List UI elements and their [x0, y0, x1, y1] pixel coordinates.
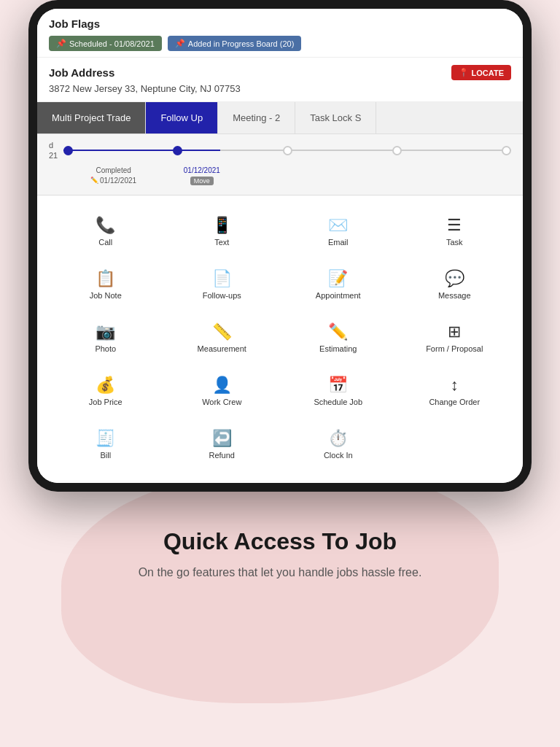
action-item-message[interactable]: 💬Message [398, 260, 512, 311]
locate-button[interactable]: 📍 LOCATE [451, 65, 511, 80]
locate-label: LOCATE [472, 69, 504, 77]
timeline-labels: Completed ✏️ 01/12/2021 01/12/2021 Move [49, 166, 511, 186]
bottom-section: Quick Access To Job On the go features t… [0, 492, 560, 611]
task-label: Task [446, 238, 463, 247]
job-address-title: Job Address [49, 66, 114, 79]
tab-follow-up[interactable]: Follow Up [146, 102, 218, 133]
flag-scheduled-label: Scheduled - 01/08/2021 [69, 39, 155, 48]
job-price-label: Job Price [89, 398, 122, 407]
location-icon: 📍 [459, 68, 469, 77]
action-item-text[interactable]: 📱Text [166, 207, 279, 258]
follow-ups-icon: 📄 [212, 271, 232, 287]
schedule-job-icon: 📅 [328, 377, 348, 393]
timeline-dot-4 [392, 146, 402, 155]
tab-navigation: Multi Project Trade Follow Up Meeting - … [37, 102, 523, 134]
device-frame: Job Flags 📌 Scheduled - 01/08/2021 📌 Add… [28, 0, 532, 492]
timeline-dot-2 [173, 146, 182, 155]
action-item-form-proposal[interactable]: ⊞Form / Proposal [398, 314, 512, 364]
action-item-email[interactable]: ✉️Email [281, 207, 395, 258]
photo-icon: 📷 [96, 324, 115, 340]
action-item-bill[interactable]: 🧾Bill [49, 420, 163, 471]
follow-ups-label: Follow-ups [203, 291, 241, 301]
bottom-subtitle: On the go features that let you handle j… [15, 564, 545, 581]
tab-task-lock[interactable]: Task Lock S [295, 102, 376, 133]
bill-icon: 🧾 [96, 430, 115, 446]
action-item-work-crew[interactable]: 👤Work Crew [166, 367, 279, 417]
timeline-section: d21 Completed ✏️ [37, 134, 523, 196]
actions-grid: 📞Call📱Text✉️Email☰Task📋Job Note📄Follow-u… [37, 196, 523, 483]
action-item-appointment[interactable]: 📝Appointment [281, 260, 395, 311]
email-icon: ✉️ [328, 217, 348, 233]
job-price-icon: 💰 [96, 377, 115, 393]
action-item-estimating[interactable]: ✏️Estimating [281, 314, 395, 364]
flag-badge-scheduled[interactable]: 📌 Scheduled - 01/08/2021 [49, 36, 162, 51]
action-item-job-price[interactable]: 💰Job Price [49, 367, 163, 417]
call-label: Call [98, 238, 112, 247]
job-address-text: 3872 New Jersey 33, Neptune City, NJ 077… [49, 83, 511, 94]
measurement-icon: 📏 [212, 324, 232, 340]
photo-label: Photo [95, 344, 116, 354]
timeline-label-4 [335, 166, 423, 186]
action-item-clock-in[interactable]: ⏱️Clock In [281, 420, 395, 471]
action-item-call[interactable]: 📞Call [49, 207, 163, 258]
job-note-label: Job Note [90, 291, 122, 301]
timeline-label-3 [246, 166, 334, 186]
action-item-job-note[interactable]: 📋Job Note [49, 260, 163, 311]
timeline-label-1: Completed ✏️ 01/12/2021 [69, 166, 158, 186]
pin-icon: 📌 [56, 39, 66, 48]
tab-multi-project-trade[interactable]: Multi Project Trade [37, 102, 146, 133]
timeline-label-5 [423, 166, 511, 186]
clock-in-icon: ⏱️ [328, 430, 348, 446]
estimating-icon: ✏️ [328, 324, 348, 340]
job-address-header: Job Address 📍 LOCATE [49, 65, 511, 80]
work-crew-icon: 👤 [212, 377, 232, 393]
action-item-change-order[interactable]: ↕️Change Order [398, 367, 512, 417]
action-item-measurement[interactable]: 📏Measurement [166, 314, 279, 364]
action-item-follow-ups[interactable]: 📄Follow-ups [166, 260, 279, 311]
job-address-section: Job Address 📍 LOCATE 3872 New Jersey 33,… [37, 58, 523, 102]
work-crew-label: Work Crew [202, 398, 241, 407]
flags-row: 📌 Scheduled - 01/08/2021 📌 Added in Prog… [49, 36, 511, 51]
timeline-left-label: d21 [49, 140, 58, 161]
timeline-track [63, 146, 511, 155]
message-label: Message [438, 291, 471, 301]
form-proposal-icon: ⊞ [448, 324, 461, 340]
bill-label: Bill [100, 451, 111, 460]
action-item-refund[interactable]: ↩️Refund [166, 420, 279, 471]
pencil-icon: ✏️ [90, 176, 98, 185]
device-screen: Job Flags 📌 Scheduled - 01/08/2021 📌 Add… [37, 9, 523, 483]
timeline-dot-3 [283, 146, 292, 155]
flag-badge-progress[interactable]: 📌 Added in Progress Board (20) [168, 36, 302, 51]
call-icon: 📞 [96, 217, 115, 233]
job-flags-title: Job Flags [49, 18, 511, 30]
measurement-label: Measurement [198, 344, 246, 354]
schedule-job-label: Schedule Job [314, 398, 362, 407]
job-flags-section: Job Flags 📌 Scheduled - 01/08/2021 📌 Add… [37, 9, 523, 58]
timeline-label-2: 01/12/2021 Move [158, 166, 246, 186]
action-item-photo[interactable]: 📷Photo [49, 314, 163, 364]
message-icon: 💬 [445, 271, 464, 287]
email-label: Email [328, 238, 349, 247]
flag-progress-label: Added in Progress Board (20) [188, 39, 295, 48]
refund-label: Refund [209, 451, 235, 460]
timeline-dot-1 [63, 146, 73, 155]
appointment-icon: 📝 [328, 271, 348, 287]
refund-icon: ↩️ [212, 430, 232, 446]
change-order-icon: ↕️ [451, 377, 459, 393]
estimating-label: Estimating [319, 344, 357, 354]
pin-icon-2: 📌 [175, 39, 185, 48]
text-icon: 📱 [212, 217, 232, 233]
action-item-schedule-job[interactable]: 📅Schedule Job [281, 367, 395, 417]
change-order-label: Change Order [429, 398, 480, 407]
job-note-icon: 📋 [96, 271, 115, 287]
bottom-title: Quick Access To Job [15, 528, 545, 555]
action-item-task[interactable]: ☰Task [398, 207, 512, 258]
move-badge[interactable]: Move [190, 177, 214, 185]
tab-meeting-2[interactable]: Meeting - 2 [218, 102, 295, 133]
task-icon: ☰ [447, 217, 462, 233]
text-label: Text [214, 238, 229, 247]
timeline-dot-5 [502, 146, 511, 155]
form-proposal-label: Form / Proposal [426, 344, 483, 354]
appointment-label: Appointment [316, 291, 361, 301]
clock-in-label: Clock In [324, 451, 353, 460]
